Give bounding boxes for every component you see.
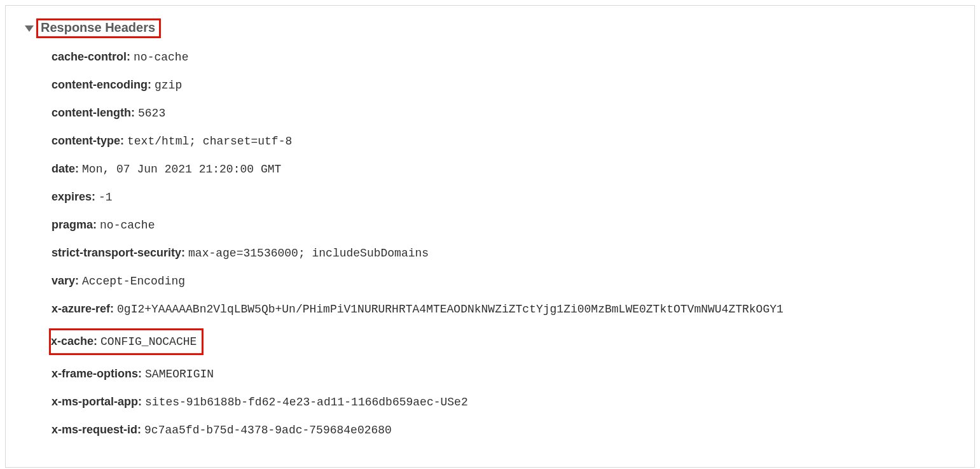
header-value: SAMEORIGIN <box>145 368 214 381</box>
header-value: CONFIG_NOCACHE <box>100 335 197 348</box>
x-cache-highlight: x-cache: CONFIG_NOCACHE <box>49 328 204 355</box>
header-value: gzip <box>155 79 182 92</box>
header-value: sites-91b6188b-fd62-4e23-ad11-1166db659a… <box>145 396 468 409</box>
headers-panel: Response Headers cache-control: no-cache… <box>5 5 975 468</box>
header-name: x-ms-request-id: <box>52 423 141 436</box>
header-name: x-ms-portal-app: <box>52 395 142 408</box>
headers-list: cache-control: no-cache content-encoding… <box>52 48 959 439</box>
response-headers-section-heading[interactable]: Response Headers <box>25 18 959 38</box>
header-row-expires: expires: -1 <box>52 188 959 206</box>
header-name: x-frame-options: <box>52 367 142 380</box>
header-value: max-age=31536000; includeSubDomains <box>188 247 429 260</box>
header-row-x-ms-request-id: x-ms-request-id: 9c7aa5fd-b75d-4378-9adc… <box>52 421 959 439</box>
header-row-content-encoding: content-encoding: gzip <box>52 76 959 94</box>
header-row-content-length: content-length: 5623 <box>52 104 959 122</box>
header-name: content-length: <box>52 106 135 119</box>
section-title-highlight: Response Headers <box>36 18 161 38</box>
header-row-pragma: pragma: no-cache <box>52 216 959 234</box>
header-value: Accept-Encoding <box>82 275 185 288</box>
header-row-x-cache: x-cache: CONFIG_NOCACHE <box>52 328 959 355</box>
header-name: pragma: <box>52 218 97 231</box>
header-value: 9c7aa5fd-b75d-4378-9adc-759684e02680 <box>144 424 392 437</box>
section-title: Response Headers <box>41 20 155 34</box>
header-row-x-ms-portal-app: x-ms-portal-app: sites-91b6188b-fd62-4e2… <box>52 393 959 411</box>
header-name: x-azure-ref: <box>52 302 114 315</box>
header-value: text/html; charset=utf-8 <box>127 135 292 148</box>
header-value: 5623 <box>138 107 165 120</box>
header-name: cache-control: <box>52 50 130 63</box>
header-value: 0gI2+YAAAAABn2VlqLBW5Qb+Un/PHimPiV1NURUR… <box>117 303 783 316</box>
header-row-content-type: content-type: text/html; charset=utf-8 <box>52 132 959 150</box>
header-name: vary: <box>52 274 79 287</box>
header-row-cache-control: cache-control: no-cache <box>52 48 959 66</box>
header-row-x-frame-options: x-frame-options: SAMEORIGIN <box>52 365 959 383</box>
header-name: expires: <box>52 190 95 203</box>
header-name: strict-transport-security: <box>52 246 185 259</box>
header-row-x-azure-ref: x-azure-ref: 0gI2+YAAAAABn2VlqLBW5Qb+Un/… <box>52 300 959 318</box>
caret-down-icon <box>25 25 34 32</box>
header-value: Mon, 07 Jun 2021 21:20:00 GMT <box>82 163 281 176</box>
header-row-strict-transport-security: strict-transport-security: max-age=31536… <box>52 244 959 262</box>
header-name: date: <box>52 162 79 175</box>
header-value: -1 <box>99 191 113 204</box>
header-value: no-cache <box>134 51 188 64</box>
header-name: content-encoding: <box>52 78 151 91</box>
header-value: no-cache <box>100 219 155 232</box>
header-row-vary: vary: Accept-Encoding <box>52 272 959 290</box>
header-row-date: date: Mon, 07 Jun 2021 21:20:00 GMT <box>52 160 959 178</box>
header-name: content-type: <box>52 134 124 147</box>
header-name: x-cache: <box>51 335 97 347</box>
